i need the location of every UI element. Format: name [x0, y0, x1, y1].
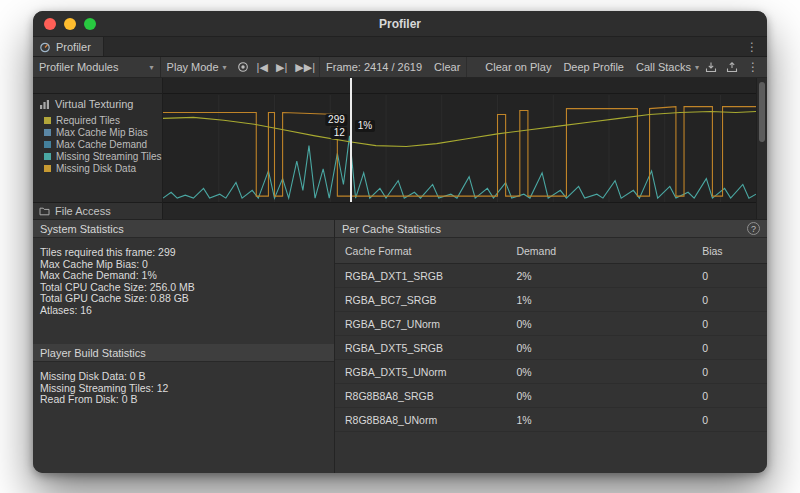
cell-cache-format: R8G8B8A8_SRGB	[335, 390, 516, 402]
virtual-texturing-chart[interactable]	[163, 95, 756, 202]
table-row[interactable]: R8G8B8A8_SRGB 0% 0	[335, 384, 767, 408]
legend-label: Max Cache Demand	[56, 139, 147, 150]
cell-bias: 0	[702, 270, 767, 282]
cell-demand: 0%	[516, 366, 702, 378]
legend-swatch-icon	[44, 141, 51, 148]
cell-demand: 0%	[516, 390, 702, 402]
legend-swatch-icon	[44, 165, 51, 172]
next-frame-button[interactable]: ▶|	[272, 57, 291, 77]
record-button[interactable]	[233, 57, 253, 77]
legend-item-max-cache-mip-bias[interactable]: Max Cache Mip Bias	[44, 127, 162, 138]
module-sidebar: Virtual Texturing Required Tiles Max Cac…	[33, 78, 163, 219]
cell-cache-format: R8G8B8A8_UNorm	[335, 414, 516, 426]
frame-counter: Frame: 2414 / 2619	[320, 57, 428, 77]
column-cache-format[interactable]: Cache Format	[335, 245, 516, 257]
chevron-down-icon: ▾	[150, 63, 154, 72]
cell-demand: 1%	[516, 294, 702, 306]
chart-region: Virtual Texturing Required Tiles Max Cac…	[33, 78, 767, 220]
chart-area[interactable]: 299 12 1%	[163, 78, 756, 219]
series-missing-streaming-tiles	[163, 136, 756, 198]
cell-cache-format: RGBA_BC7_UNorm	[335, 318, 516, 330]
tab-label: Profiler	[56, 41, 91, 53]
call-stacks-label: Call Stacks	[636, 61, 691, 73]
per-cache-statistics-header: Per Cache Statistics ?	[335, 220, 767, 238]
minimize-button[interactable]	[64, 18, 76, 30]
profiler-modules-dropdown[interactable]: Profiler Modules ▾	[33, 57, 161, 77]
call-stacks-dropdown[interactable]: Call Stacks ▾	[630, 57, 705, 77]
legend-item-missing-disk-data[interactable]: Missing Disk Data	[44, 163, 162, 174]
tab-profiler[interactable]: Profiler	[33, 37, 104, 56]
current-frame-button[interactable]: ▶▶|	[291, 57, 320, 77]
file-access-chart-row[interactable]	[163, 202, 756, 219]
player-build-statistics-block: Missing Disk Data: 0 B Missing Streaming…	[33, 362, 334, 406]
stat-line: Read From Disk: 0 B	[40, 394, 327, 406]
legend-item-missing-streaming-tiles[interactable]: Missing Streaming Tiles	[44, 151, 162, 162]
toolbar-right-icons: ⋮	[705, 57, 767, 77]
deep-profile-toggle[interactable]: Deep Profile	[557, 57, 630, 77]
tab-context-menu-icon[interactable]: ⋮	[737, 37, 767, 56]
cell-demand: 1%	[516, 414, 702, 426]
titlebar[interactable]: Profiler	[33, 11, 767, 37]
clear-on-play-toggle[interactable]: Clear on Play	[479, 57, 557, 77]
table-row[interactable]: R8G8B8A8_UNorm 1% 0	[335, 408, 767, 432]
window-title: Profiler	[379, 17, 421, 31]
cell-bias: 0	[702, 414, 767, 426]
close-button[interactable]	[44, 18, 56, 30]
cell-bias: 0	[702, 294, 767, 306]
folder-icon	[39, 206, 50, 216]
playhead-line[interactable]	[350, 78, 352, 202]
playhead-values: 299 12	[325, 114, 348, 139]
series-max-cache-demand	[163, 112, 756, 147]
profiler-tab-icon	[39, 41, 51, 53]
legend-item-max-cache-demand[interactable]: Max Cache Demand	[44, 139, 162, 150]
chart-top-strip	[163, 78, 756, 94]
cell-demand: 0%	[516, 342, 702, 354]
column-bias[interactable]: Bias	[702, 245, 767, 257]
cell-cache-format: RGBA_DXT1_SRGB	[335, 270, 516, 282]
save-icon	[726, 61, 738, 73]
play-mode-dropdown[interactable]: Play Mode ▾	[161, 57, 233, 77]
column-demand[interactable]: Demand	[516, 245, 702, 257]
table-row[interactable]: RGBA_BC7_UNorm 0% 0	[335, 312, 767, 336]
module-label: Virtual Texturing	[55, 98, 133, 110]
play-mode-label: Play Mode	[167, 61, 219, 73]
cell-bias: 0	[702, 318, 767, 330]
profiler-window: Profiler Profiler ⋮ Profiler Modules ▾ P…	[33, 11, 767, 473]
profiler-toolbar: Profiler Modules ▾ Play Mode ▾ |◀ ▶| ▶▶|…	[33, 57, 767, 78]
cell-cache-format: RGBA_DXT5_UNorm	[335, 366, 516, 378]
legend-label: Required Tiles	[56, 115, 120, 126]
table-row[interactable]: RGBA_DXT5_SRGB 0% 0	[335, 336, 767, 360]
system-statistics-header: System Statistics	[33, 220, 334, 238]
table-row[interactable]: RGBA_BC7_SRGB 1% 0	[335, 288, 767, 312]
prev-frame-button[interactable]: |◀	[253, 57, 272, 77]
stat-line: Total GPU Cache Size: 0.88 GB	[40, 293, 327, 305]
details-region: System Statistics Tiles required this fr…	[33, 220, 767, 473]
series-required-tiles	[163, 107, 756, 196]
table-header-row[interactable]: Cache Format Demand Bias	[335, 238, 767, 264]
legend-item-required-tiles[interactable]: Required Tiles	[44, 115, 162, 126]
system-statistics-block: Tiles required this frame: 299 Max Cache…	[33, 238, 334, 316]
legend-label: Missing Streaming Tiles	[56, 151, 162, 162]
chart-scrollbar[interactable]	[756, 78, 767, 219]
cell-cache-format: RGBA_DXT5_SRGB	[335, 342, 516, 354]
module-label: File Access	[55, 205, 111, 217]
per-cache-pane: Per Cache Statistics ? Cache Format Dema…	[335, 220, 767, 473]
player-build-statistics-header: Player Build Statistics	[33, 344, 334, 362]
fullscreen-button[interactable]	[84, 18, 96, 30]
load-profile-button[interactable]	[705, 61, 717, 73]
scrollbar-thumb[interactable]	[759, 82, 765, 142]
cell-bias: 0	[702, 390, 767, 402]
toolbar-context-menu-icon[interactable]: ⋮	[747, 60, 759, 74]
cell-bias: 0	[702, 342, 767, 354]
module-virtual-texturing[interactable]: Virtual Texturing	[33, 94, 162, 112]
stat-line: Max Cache Demand: 1%	[40, 270, 327, 282]
table-row[interactable]: RGBA_DXT1_SRGB 2% 0	[335, 264, 767, 288]
record-icon	[237, 61, 249, 73]
help-icon[interactable]: ?	[747, 222, 760, 235]
table-row[interactable]: RGBA_DXT5_UNorm 0% 0	[335, 360, 767, 384]
playhead-missing-tiles-value: 12	[331, 127, 348, 139]
module-file-access[interactable]: File Access	[33, 202, 162, 219]
legend-swatch-icon	[44, 117, 51, 124]
save-profile-button[interactable]	[726, 61, 738, 73]
clear-button[interactable]: Clear	[428, 57, 467, 77]
